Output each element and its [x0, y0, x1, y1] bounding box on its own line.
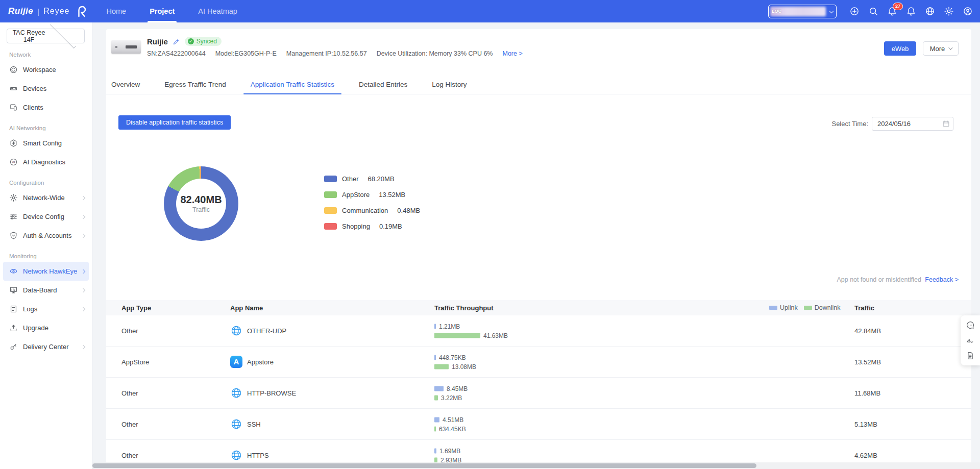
project-selector-value: TAC Reyee 14F — [12, 29, 45, 43]
downlink-bar — [434, 457, 437, 462]
add-button[interactable] — [849, 6, 860, 16]
uplink-line: 8.45MB — [434, 385, 468, 392]
chevron-right-icon — [81, 307, 85, 311]
gear-icon — [944, 6, 954, 16]
feedback-pen-button[interactable] — [966, 336, 975, 345]
legend-value: 13.52MB — [379, 191, 405, 199]
legend-swatch — [324, 223, 337, 230]
feedback-link[interactable]: Feedback > — [925, 276, 959, 283]
alarm-notifications-button[interactable]: 27 — [887, 6, 897, 16]
org-search-box[interactable]: LOC — [768, 5, 837, 18]
brand-name: Ruijie — [8, 6, 33, 16]
sidebar-item-smart-config[interactable]: Smart Config — [3, 134, 89, 153]
app-name-label: Appstore — [247, 358, 274, 366]
brand-subname: Reyee — [43, 7, 69, 16]
date-input[interactable] — [872, 117, 953, 131]
legend-item-shopping[interactable]: Shopping0.19MB — [324, 218, 420, 234]
chat-bubble-icon — [966, 320, 975, 330]
downlink-line: 41.63MB — [434, 332, 508, 339]
uplink-line: 1.69MB — [434, 447, 461, 455]
sync-status-text: Synced — [197, 38, 217, 45]
traffic-throughput-cell: 8.45MB3.22MB — [434, 383, 468, 403]
chevron-right-icon — [81, 195, 85, 200]
project-selector[interactable]: TAC Reyee 14F — [7, 29, 85, 43]
device-more-link[interactable]: More > — [502, 50, 522, 57]
donut-center: 82.40MB Traffic — [176, 179, 226, 229]
sidebar-item-ai-diagnostics[interactable]: AIAI Diagnostics — [3, 153, 89, 171]
traffic-total-cell: 13.52MB — [854, 358, 881, 366]
sidebar-item-data-board[interactable]: Data-Board — [3, 281, 89, 300]
total-traffic-label: Traffic — [192, 206, 210, 213]
search-button[interactable] — [868, 6, 878, 16]
uplink-value: 1.21MB — [439, 323, 460, 330]
scrollbar-thumb[interactable] — [92, 463, 756, 468]
tab-log-history[interactable]: Log History — [432, 76, 467, 94]
appstore-icon: A — [230, 356, 242, 368]
messages-button[interactable] — [906, 6, 916, 16]
settings-button[interactable] — [944, 6, 954, 16]
sidebar-item-delivery-center[interactable]: Delivery Center — [3, 337, 89, 356]
nav-tab-home[interactable]: Home — [106, 0, 126, 22]
legend-item-appstore[interactable]: AppStore13.52MB — [324, 187, 420, 203]
sidebar-item-device-config[interactable]: Device Config — [3, 207, 89, 226]
uplink-value: 8.45MB — [447, 385, 468, 392]
main-content-card: Ruijie ✓ Synced SN:ZAS4222000644 Model:E… — [106, 29, 971, 469]
docs-button[interactable] — [966, 351, 975, 360]
sidebar-item-logs[interactable]: Logs — [3, 300, 89, 318]
downlink-bar — [434, 364, 449, 369]
legend-label: Downlink — [815, 304, 841, 311]
sidebar-item-network-hawkeye[interactable]: Network HawkEye — [3, 262, 89, 281]
sidebar-item-label: Devices — [23, 85, 46, 92]
sidebar-item-devices[interactable]: Devices — [3, 79, 89, 98]
uplink-line: 4.51MB — [434, 416, 466, 424]
eweb-button[interactable]: eWeb — [884, 41, 916, 56]
legend-item-communication[interactable]: Communication0.48MB — [324, 203, 420, 218]
horizontal-scrollbar[interactable] — [92, 462, 980, 469]
date-picker[interactable] — [872, 117, 953, 131]
traffic-throughput-cell: 1.21MB41.63MB — [434, 321, 508, 341]
sidebar-item-network-wide[interactable]: Network-Wide — [3, 188, 89, 207]
device-header: Ruijie ✓ Synced — [147, 37, 222, 46]
app-name-label: HTTP-BROWSE — [247, 389, 296, 397]
downlink-line: 3.22MB — [434, 394, 468, 402]
device-led — [115, 46, 117, 48]
sidebar-item-workspace[interactable]: Workspace — [3, 60, 89, 79]
chat-support-button[interactable] — [966, 320, 975, 330]
reyee-mascot-icon — [76, 5, 88, 18]
sync-status-badge: ✓ Synced — [185, 37, 222, 46]
table-row-other-udp: OtherOTHER-UDP1.21MB41.63MB42.84MB — [106, 315, 971, 347]
tab-overview[interactable]: Overview — [111, 76, 140, 94]
tab-application-traffic-statistics[interactable]: Application Traffic Statistics — [251, 76, 334, 94]
chevron-right-icon — [81, 233, 85, 237]
device-more-button[interactable]: More — [923, 41, 959, 56]
disable-app-traffic-statistics-button[interactable]: Disable application traffic statistics — [118, 115, 231, 130]
sidebar-item-clients[interactable]: Clients — [3, 98, 89, 117]
legend-swatch — [324, 176, 337, 182]
top-navbar: Ruijie | Reyee HomeProjectAI Heatmap LOC… — [0, 0, 980, 22]
bell-icon — [906, 6, 916, 16]
edit-device-name-button[interactable] — [173, 38, 180, 45]
app-name-cell: SSH — [230, 418, 261, 430]
language-button[interactable] — [925, 6, 935, 16]
throughput-legend-uplink: Uplink — [769, 304, 798, 311]
nav-tab-ai-heatmap[interactable]: AI Heatmap — [198, 0, 237, 22]
chevron-down-icon — [948, 45, 952, 50]
nav-tab-project[interactable]: Project — [150, 0, 175, 22]
globe-icon — [925, 6, 935, 16]
legend-item-other[interactable]: Other68.20MB — [324, 171, 420, 187]
tab-detailed-entries[interactable]: Detailed Entries — [359, 76, 407, 94]
device-name: Ruijie — [147, 37, 168, 46]
sidebar-item-upgrade[interactable]: Upgrade — [3, 318, 89, 337]
table-row-appstore: AppStoreAAppstore448.75KB13.08MB13.52MB — [106, 347, 971, 378]
globe-app-icon — [230, 387, 242, 399]
device-sn: SN:ZAS4222000644 — [147, 50, 206, 57]
uplink-bar — [434, 324, 436, 329]
more-button-label: More — [930, 45, 945, 53]
tab-egress-traffic-trend[interactable]: Egress Traffic Trend — [164, 76, 226, 94]
sidebar-section-monitoring: Monitoring — [9, 253, 83, 259]
app-name-cell: AAppstore — [230, 356, 274, 368]
account-button[interactable] — [963, 6, 973, 16]
feedback-text: App not found or misidentified — [837, 276, 921, 283]
column-app-name: App Name — [230, 304, 263, 312]
sidebar-item-auth-accounts[interactable]: Auth & Accounts — [3, 226, 89, 245]
